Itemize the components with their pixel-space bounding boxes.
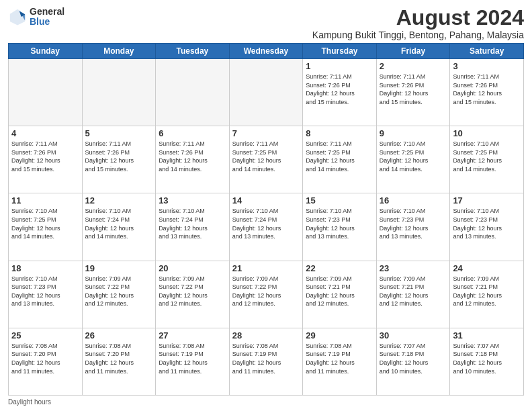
day-number: 17: [453, 195, 521, 205]
day-info: Sunrise: 7:09 AM Sunset: 7:22 PM Dayligh…: [159, 275, 226, 308]
calendar-cell: 27Sunrise: 7:08 AM Sunset: 7:19 PM Dayli…: [156, 328, 230, 395]
day-number: 28: [232, 330, 300, 340]
calendar-cell: 9Sunrise: 7:10 AM Sunset: 7:25 PM Daylig…: [376, 126, 450, 193]
day-number: 1: [306, 61, 373, 71]
day-info: Sunrise: 7:10 AM Sunset: 7:24 PM Dayligh…: [85, 207, 153, 240]
logo-icon: [8, 7, 27, 26]
calendar-cell: 14Sunrise: 7:10 AM Sunset: 7:24 PM Dayli…: [229, 193, 303, 261]
day-info: Sunrise: 7:10 AM Sunset: 7:25 PM Dayligh…: [453, 140, 521, 173]
logo-general: General: [30, 7, 64, 17]
day-info: Sunrise: 7:11 AM Sunset: 7:26 PM Dayligh…: [453, 73, 521, 106]
day-info: Sunrise: 7:10 AM Sunset: 7:23 PM Dayligh…: [11, 275, 79, 308]
day-info: Sunrise: 7:11 AM Sunset: 7:26 PM Dayligh…: [159, 140, 226, 173]
calendar-cell: 7Sunrise: 7:11 AM Sunset: 7:25 PM Daylig…: [229, 126, 303, 193]
calendar-week-4: 18Sunrise: 7:10 AM Sunset: 7:23 PM Dayli…: [9, 261, 524, 328]
day-number: 10: [453, 128, 521, 138]
logo-blue: Blue: [30, 17, 64, 27]
calendar-cell: 6Sunrise: 7:11 AM Sunset: 7:26 PM Daylig…: [156, 126, 230, 193]
calendar-header-row: SundayMondayTuesdayWednesdayThursdayFrid…: [9, 44, 524, 59]
day-number: 29: [306, 330, 373, 340]
day-info: Sunrise: 7:09 AM Sunset: 7:21 PM Dayligh…: [453, 275, 521, 308]
day-number: 8: [306, 128, 373, 138]
calendar-header-tuesday: Tuesday: [156, 44, 230, 59]
day-number: 21: [232, 263, 300, 273]
calendar-cell: 16Sunrise: 7:10 AM Sunset: 7:23 PM Dayli…: [376, 193, 450, 261]
day-info: Sunrise: 7:08 AM Sunset: 7:19 PM Dayligh…: [232, 342, 300, 375]
calendar-cell: 13Sunrise: 7:10 AM Sunset: 7:24 PM Dayli…: [156, 193, 230, 261]
day-info: Sunrise: 7:11 AM Sunset: 7:25 PM Dayligh…: [232, 140, 300, 173]
day-number: 30: [380, 330, 447, 340]
day-number: 11: [11, 195, 79, 205]
calendar-week-1: 1Sunrise: 7:11 AM Sunset: 7:26 PM Daylig…: [9, 59, 524, 126]
day-info: Sunrise: 7:10 AM Sunset: 7:24 PM Dayligh…: [232, 207, 300, 240]
day-info: Sunrise: 7:09 AM Sunset: 7:21 PM Dayligh…: [380, 275, 447, 308]
calendar-cell: 5Sunrise: 7:11 AM Sunset: 7:26 PM Daylig…: [82, 126, 156, 193]
day-number: 4: [11, 128, 79, 138]
day-info: Sunrise: 7:11 AM Sunset: 7:26 PM Dayligh…: [11, 140, 79, 173]
day-info: Sunrise: 7:10 AM Sunset: 7:23 PM Dayligh…: [306, 207, 373, 240]
logo: General Blue: [8, 7, 64, 28]
day-number: 15: [306, 195, 373, 205]
footer: Daylight hours: [8, 398, 524, 406]
calendar-cell: 3Sunrise: 7:11 AM Sunset: 7:26 PM Daylig…: [450, 59, 524, 126]
page: General Blue August 2024 Kampung Bukit T…: [0, 0, 532, 411]
day-info: Sunrise: 7:10 AM Sunset: 7:24 PM Dayligh…: [159, 207, 226, 240]
day-info: Sunrise: 7:10 AM Sunset: 7:25 PM Dayligh…: [380, 140, 447, 173]
day-info: Sunrise: 7:09 AM Sunset: 7:21 PM Dayligh…: [306, 275, 373, 308]
day-info: Sunrise: 7:11 AM Sunset: 7:26 PM Dayligh…: [306, 73, 373, 106]
day-number: 22: [306, 263, 373, 273]
daylight-hours-label: Daylight hours: [8, 398, 51, 406]
calendar-cell: 25Sunrise: 7:08 AM Sunset: 7:20 PM Dayli…: [9, 328, 83, 395]
day-info: Sunrise: 7:08 AM Sunset: 7:20 PM Dayligh…: [85, 342, 153, 375]
title-block: August 2024 Kampung Bukit Tinggi, Benton…: [312, 7, 524, 40]
calendar-cell: 19Sunrise: 7:09 AM Sunset: 7:22 PM Dayli…: [82, 261, 156, 328]
day-number: 23: [380, 263, 447, 273]
calendar-cell: 26Sunrise: 7:08 AM Sunset: 7:20 PM Dayli…: [82, 328, 156, 395]
day-number: 16: [380, 195, 447, 205]
day-info: Sunrise: 7:08 AM Sunset: 7:20 PM Dayligh…: [11, 342, 79, 375]
calendar-cell: 4Sunrise: 7:11 AM Sunset: 7:26 PM Daylig…: [9, 126, 83, 193]
day-number: 18: [11, 263, 79, 273]
day-number: 2: [380, 61, 447, 71]
day-number: 6: [159, 128, 226, 138]
svg-marker-0: [10, 9, 25, 26]
day-number: 3: [453, 61, 521, 71]
calendar-cell: [82, 59, 156, 126]
calendar-cell: 15Sunrise: 7:10 AM Sunset: 7:23 PM Dayli…: [303, 193, 377, 261]
calendar-week-5: 25Sunrise: 7:08 AM Sunset: 7:20 PM Dayli…: [9, 328, 524, 395]
day-number: 12: [85, 195, 153, 205]
calendar-week-3: 11Sunrise: 7:10 AM Sunset: 7:25 PM Dayli…: [9, 193, 524, 261]
day-info: Sunrise: 7:10 AM Sunset: 7:25 PM Dayligh…: [11, 207, 79, 240]
logo-text: General Blue: [30, 7, 64, 28]
day-info: Sunrise: 7:07 AM Sunset: 7:18 PM Dayligh…: [380, 342, 447, 375]
calendar-cell: 28Sunrise: 7:08 AM Sunset: 7:19 PM Dayli…: [229, 328, 303, 395]
calendar-cell: 12Sunrise: 7:10 AM Sunset: 7:24 PM Dayli…: [82, 193, 156, 261]
calendar-cell: [156, 59, 230, 126]
calendar-cell: 10Sunrise: 7:10 AM Sunset: 7:25 PM Dayli…: [450, 126, 524, 193]
calendar-header-saturday: Saturday: [450, 44, 524, 59]
day-info: Sunrise: 7:10 AM Sunset: 7:23 PM Dayligh…: [453, 207, 521, 240]
calendar-header-monday: Monday: [82, 44, 156, 59]
calendar-cell: 1Sunrise: 7:11 AM Sunset: 7:26 PM Daylig…: [303, 59, 377, 126]
calendar-cell: 2Sunrise: 7:11 AM Sunset: 7:26 PM Daylig…: [376, 59, 450, 126]
calendar-cell: 20Sunrise: 7:09 AM Sunset: 7:22 PM Dayli…: [156, 261, 230, 328]
day-number: 9: [380, 128, 447, 138]
day-number: 19: [85, 263, 153, 273]
day-number: 14: [232, 195, 300, 205]
header: General Blue August 2024 Kampung Bukit T…: [8, 7, 524, 40]
day-number: 24: [453, 263, 521, 273]
calendar-cell: 23Sunrise: 7:09 AM Sunset: 7:21 PM Dayli…: [376, 261, 450, 328]
calendar-cell: [229, 59, 303, 126]
calendar-header-wednesday: Wednesday: [229, 44, 303, 59]
day-number: 27: [159, 330, 226, 340]
day-number: 20: [159, 263, 226, 273]
calendar-cell: 21Sunrise: 7:09 AM Sunset: 7:22 PM Dayli…: [229, 261, 303, 328]
day-number: 13: [159, 195, 226, 205]
calendar-cell: 29Sunrise: 7:08 AM Sunset: 7:19 PM Dayli…: [303, 328, 377, 395]
day-info: Sunrise: 7:09 AM Sunset: 7:22 PM Dayligh…: [85, 275, 153, 308]
day-number: 7: [232, 128, 300, 138]
calendar-cell: 22Sunrise: 7:09 AM Sunset: 7:21 PM Dayli…: [303, 261, 377, 328]
day-info: Sunrise: 7:07 AM Sunset: 7:18 PM Dayligh…: [453, 342, 521, 375]
day-info: Sunrise: 7:11 AM Sunset: 7:26 PM Dayligh…: [380, 73, 447, 106]
calendar-cell: 11Sunrise: 7:10 AM Sunset: 7:25 PM Dayli…: [9, 193, 83, 261]
